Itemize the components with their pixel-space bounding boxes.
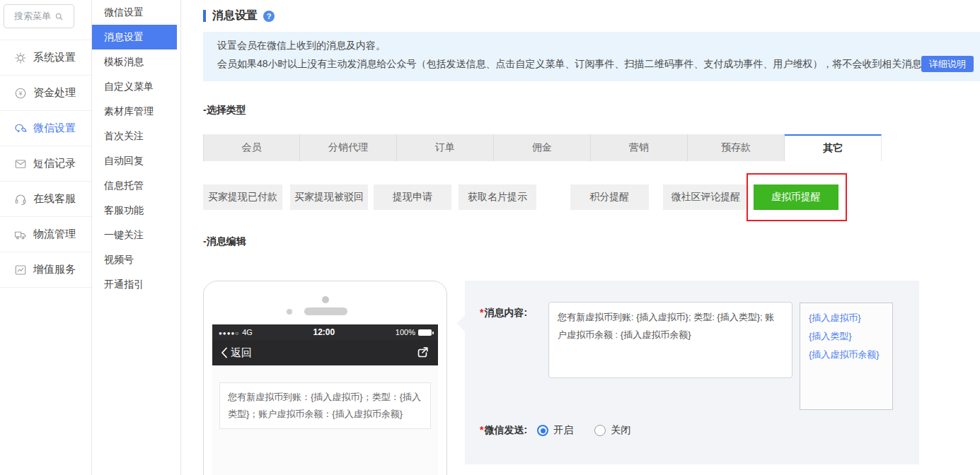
submenu-item-material-library[interactable]: 素材库管理 xyxy=(92,99,180,124)
back-label: 返回 xyxy=(231,346,252,360)
notice-line-1: 设置会员在微信上收到的消息及内容。 xyxy=(217,40,386,52)
sidebar-item-label: 资金处理 xyxy=(33,86,76,100)
wechat-settings-submenu: 微信设置 消息设置 模板消息 自定义菜单 素材库管理 首次关注 自动回复 信息托… xyxy=(92,0,181,475)
content-field-label: *消息内容: xyxy=(480,307,527,319)
back-chevron-icon xyxy=(221,347,228,358)
tab-member[interactable]: 会员 xyxy=(203,134,300,161)
yen-circle-icon: ¥ xyxy=(14,87,27,100)
submenu-item-first-follow[interactable]: 首次关注 xyxy=(92,124,180,148)
sidebar-item-funds[interactable]: ¥ 资金处理 xyxy=(0,76,91,111)
tab-prepaid[interactable]: 预存款 xyxy=(688,134,785,161)
send-field-label: *微信发送: xyxy=(480,424,527,437)
search-area: 搜索菜单 xyxy=(0,0,91,40)
phone-speaker-bar xyxy=(304,307,347,315)
truck-icon xyxy=(14,228,27,241)
phone-sensor-dot xyxy=(287,309,292,315)
sidebar-item-system-settings[interactable]: 系统设置 xyxy=(0,40,91,76)
callout-arrow xyxy=(456,315,473,332)
insert-balance-link[interactable]: {插入虚拟币余额} xyxy=(809,346,892,364)
wechat-bubbles-icon xyxy=(14,122,27,135)
phone-screen: ●●●●○4G 12:00 100% 返回 您有新虚拟币到账：{插入虚拟币}；类… xyxy=(212,324,438,475)
chart-icon xyxy=(14,264,27,276)
search-placeholder: 搜索菜单 xyxy=(14,10,51,23)
insert-variable-panel: {插入虚拟币} {插入类型} {插入虚拟币余额} xyxy=(800,303,893,410)
submenu-item-info-hosting[interactable]: 信息托管 xyxy=(92,173,180,198)
headset-icon xyxy=(14,193,27,206)
sidebar-item-label: 系统设置 xyxy=(33,51,76,64)
radio-off[interactable] xyxy=(594,425,606,436)
submenu-item-service-function[interactable]: 客服功能 xyxy=(92,198,180,223)
sidebar-item-sms-records[interactable]: 短信记录 xyxy=(0,146,91,182)
submenu-item-template-message[interactable]: 模板消息 xyxy=(92,49,180,74)
insert-virtual-currency-link[interactable]: {插入虚拟币} xyxy=(809,309,892,327)
submenu-item-one-key-follow[interactable]: 一键关注 xyxy=(92,223,180,247)
type-button-withdraw-apply[interactable]: 提现申请 xyxy=(374,184,451,210)
preview-message-bubble: 您有新虚拟币到账：{插入虚拟币}；类型：{插入类型}；账户虚拟币余额：{插入虚拟… xyxy=(219,382,431,429)
radio-on[interactable] xyxy=(537,425,548,436)
submenu-item-auto-reply[interactable]: 自动回复 xyxy=(92,148,180,173)
phone-message-area: 您有新虚拟币到账：{插入虚拟币}；类型：{插入类型}；账户虚拟币余额：{插入虚拟… xyxy=(212,365,438,475)
tab-marketing[interactable]: 营销 xyxy=(591,134,688,161)
page-title-text: 消息设置 xyxy=(212,8,258,23)
page-title: 消息设置 ? xyxy=(203,8,275,23)
phone-camera-dot xyxy=(322,296,329,303)
detail-explain-button[interactable]: 详细说明 xyxy=(921,56,974,72)
title-accent-bar xyxy=(203,10,206,22)
tab-other[interactable]: 其它 xyxy=(785,134,882,161)
notice-banner: 设置会员在微信上收到的消息及内容。 会员如果48小时以上没有主动发消息给公众号（… xyxy=(203,32,980,81)
notice-line-2: 会员如果48小时以上没有主动发消息给公众号（包括发送信息、点击自定义菜单、订阅事… xyxy=(217,58,932,71)
sidebar-item-wechat-settings[interactable]: 微信设置 xyxy=(0,111,91,146)
back-button-preview: 返回 xyxy=(221,346,252,360)
phone-status-bar: ●●●●○4G 12:00 100% xyxy=(212,324,438,340)
sidebar-item-label: 在线客服 xyxy=(33,192,76,206)
message-type-buttons: 买家提现已付款 买家提现被驳回 提现申请 获取名片提示 积分提醒 微社区评论提醒… xyxy=(203,184,838,210)
type-button-virtual-currency-reminder[interactable]: 虚拟币提醒 xyxy=(754,184,838,210)
tab-commission[interactable]: 佣金 xyxy=(494,134,591,161)
sidebar-item-label: 微信设置 xyxy=(33,122,76,135)
type-button-community-comment-reminder[interactable]: 微社区评论提醒 xyxy=(663,184,749,210)
signal-dots-icon: ●●●●○ xyxy=(219,330,239,336)
message-settings-page: 搜索菜单 系统设置 ¥ 资金处理 微信设置 短信记录 在线客服 xyxy=(0,0,980,475)
battery-percent-label: 100% xyxy=(396,328,415,336)
search-input[interactable]: 搜索菜单 xyxy=(4,4,74,28)
message-edit-form: *消息内容: 您有新虚拟币到账: {插入虚拟币}; 类型: {插入类型}; 账户… xyxy=(465,281,919,464)
primary-sidebar: 搜索菜单 系统设置 ¥ 资金处理 微信设置 短信记录 在线客服 xyxy=(0,0,92,475)
svg-text:¥: ¥ xyxy=(18,90,23,97)
sidebar-item-logistics[interactable]: 物流管理 xyxy=(0,217,91,252)
submenu-item-video-account[interactable]: 视频号 xyxy=(92,247,180,272)
battery-icon xyxy=(418,329,432,336)
sidebar-item-online-service[interactable]: 在线客服 xyxy=(0,182,91,217)
sidebar-item-label: 增值服务 xyxy=(33,263,76,276)
search-icon xyxy=(54,12,64,21)
required-mark: * xyxy=(480,307,483,318)
tab-distribution-agent[interactable]: 分销代理 xyxy=(300,134,397,161)
sidebar-item-label: 物流管理 xyxy=(33,228,76,241)
radio-off-label[interactable]: 关闭 xyxy=(611,424,630,437)
submenu-item-wechat-settings[interactable]: 微信设置 xyxy=(92,0,180,25)
section-label-message-edit: -消息编辑 xyxy=(203,235,246,248)
network-label: 4G xyxy=(242,328,253,336)
sidebar-item-label: 短信记录 xyxy=(33,157,76,170)
share-icon xyxy=(415,346,430,360)
tab-order[interactable]: 订单 xyxy=(397,134,494,161)
help-icon[interactable]: ? xyxy=(263,11,275,22)
sidebar-item-value-added[interactable]: 增值服务 xyxy=(0,252,91,288)
wechat-send-row: *微信发送: 开启 关闭 xyxy=(480,424,630,437)
message-content-textarea[interactable]: 您有新虚拟币到账: {插入虚拟币}; 类型: {插入类型}; 账户虚拟币余额 :… xyxy=(548,302,792,378)
phone-nav-bar: 返回 xyxy=(212,340,438,365)
submenu-item-activation-guide[interactable]: 开通指引 xyxy=(92,272,180,297)
submenu-item-message-settings[interactable]: 消息设置 xyxy=(92,25,177,49)
type-button-withdraw-paid[interactable]: 买家提现已付款 xyxy=(203,184,282,210)
submenu-item-custom-menu[interactable]: 自定义菜单 xyxy=(92,74,180,99)
type-button-points-reminder[interactable]: 积分提醒 xyxy=(570,184,649,210)
gear-icon xyxy=(14,52,27,64)
type-button-withdraw-rejected[interactable]: 买家提现被驳回 xyxy=(290,184,368,210)
radio-on-label[interactable]: 开启 xyxy=(553,424,573,437)
phone-preview: ●●●●○4G 12:00 100% 返回 您有新虚拟币到账：{插入虚拟币}；类… xyxy=(203,281,447,475)
clock-label: 12:00 xyxy=(253,327,396,337)
section-label-select-type: -选择类型 xyxy=(203,104,246,117)
insert-type-link[interactable]: {插入类型} xyxy=(809,327,892,346)
message-type-tabs: 会员 分销代理 订单 佣金 营销 预存款 其它 xyxy=(203,134,882,161)
type-button-get-card-tip[interactable]: 获取名片提示 xyxy=(459,184,536,210)
envelope-icon xyxy=(14,158,27,170)
